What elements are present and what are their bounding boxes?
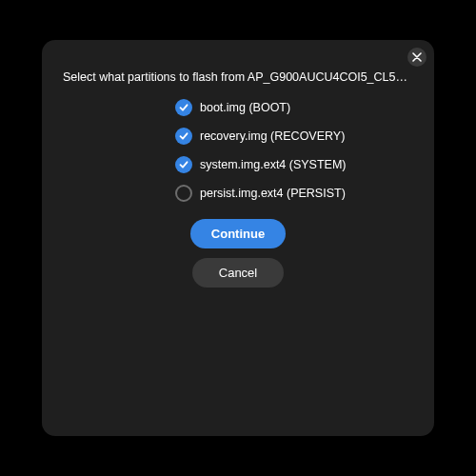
flash-partitions-dialog: Select what partitions to flash from AP_… xyxy=(42,40,434,436)
continue-button[interactable]: Continue xyxy=(190,219,286,248)
checkbox-unchecked-icon xyxy=(175,185,192,202)
checkbox-checked-icon xyxy=(175,128,192,145)
dialog-actions: Continue Cancel xyxy=(63,219,413,288)
checkbox-checked-icon xyxy=(175,156,192,173)
cancel-button[interactable]: Cancel xyxy=(192,258,284,288)
partition-option-persist[interactable]: persist.img.ext4 (PERSIST) xyxy=(175,185,346,202)
close-icon xyxy=(412,52,422,62)
partition-label: system.img.ext4 (SYSTEM) xyxy=(200,158,347,171)
checkbox-checked-icon xyxy=(175,99,192,116)
partition-option-boot[interactable]: boot.img (BOOT) xyxy=(175,99,290,116)
dialog-heading: Select what partitions to flash from AP_… xyxy=(63,70,413,84)
partition-option-recovery[interactable]: recovery.img (RECOVERY) xyxy=(175,128,345,145)
partition-label: boot.img (BOOT) xyxy=(200,101,290,114)
partition-label: persist.img.ext4 (PERSIST) xyxy=(200,187,346,200)
partition-label: recovery.img (RECOVERY) xyxy=(200,129,345,143)
partition-option-system[interactable]: system.img.ext4 (SYSTEM) xyxy=(175,156,347,173)
partition-options: boot.img (BOOT) recovery.img (RECOVERY) … xyxy=(63,99,413,202)
close-button[interactable] xyxy=(407,48,426,67)
